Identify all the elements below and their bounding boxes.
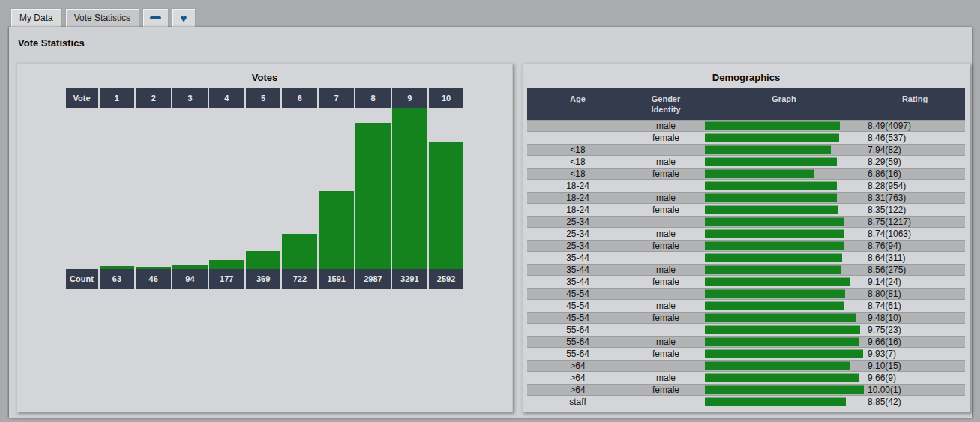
vote-bar [136,267,171,269]
vote-bar-column [429,108,464,269]
age-cell: >64 [527,385,628,395]
tab-my-data[interactable]: My Data [10,8,62,27]
rating-cell: 9.14(24) [865,276,965,288]
age-cell [527,121,628,131]
table-row: 45-54male8.74(61) [527,300,965,312]
rating-bar [705,134,839,142]
gender-cell: female [628,276,703,288]
vote-column-header: 4 [209,88,244,108]
table-row: male8.49(4097) [527,120,965,132]
rating-cell: 8.85(42) [865,396,965,408]
rating-cell: 9.10(15) [865,361,965,371]
vote-count-cell: 2592 [429,269,464,289]
rating-cell: 8.64(311) [865,252,965,264]
rating-cell: 8.76(94) [865,241,965,251]
graph-cell [703,348,865,360]
tab-vote-statistics[interactable]: Vote Statistics [65,8,139,27]
vote-bar-column [209,108,244,269]
vote-count-cell: 63 [100,269,135,289]
demographics-header-row: Age Gender Identity Graph Rating [527,88,965,120]
rating-cell: 10.00(1) [865,385,965,395]
gender-cell [628,396,703,408]
vote-count-row: Count 6346941773697221591298732912592 [66,269,464,289]
rating-bar [705,206,838,214]
vote-count-cell: 94 [172,269,208,289]
vote-column-header: 10 [429,88,464,108]
age-cell: <18 [527,145,628,155]
rating-bar [705,122,840,130]
table-row: 35-44female9.14(24) [527,276,965,288]
age-cell: 35-44 [527,252,628,264]
rating-cell: 8.74(1063) [865,228,965,240]
table-row: 45-548.80(81) [527,288,965,300]
rating-cell: 9.66(9) [865,372,965,384]
age-cell: 18-24 [527,193,628,203]
vote-column-header: 5 [246,88,281,108]
table-row: >649.10(15) [527,360,965,372]
rating-bar [705,182,837,190]
rating-cell: 8.35(122) [865,204,965,216]
table-row: <187.94(82) [527,144,965,156]
table-row: 18-24female8.35(122) [527,204,965,216]
vote-bar [355,123,391,269]
vote-count-cell: 722 [282,269,317,289]
age-cell: <18 [527,156,628,168]
rating-bar [705,158,837,166]
gender-cell: female [628,169,703,179]
rating-bar [705,254,842,262]
table-row: <18female6.86(16) [527,168,965,180]
graph-cell [703,169,865,179]
rating-cell: 8.29(59) [865,156,965,168]
column-header-rating: Rating [865,94,965,120]
column-header-gender-identity: Gender Identity [628,94,703,120]
vote-bar-column [319,108,354,269]
gender-cell: male [628,193,703,203]
gender-cell [628,324,703,336]
age-cell: 55-64 [527,337,628,347]
vote-column-header: 9 [392,88,427,108]
rating-bar [705,386,864,394]
graph-cell [703,204,865,216]
table-row: 25-348.75(1217) [527,216,965,228]
heading-divider [16,55,964,55]
gender-cell [628,180,703,192]
rating-cell: 8.80(81) [865,289,965,299]
table-row: 18-24male8.31(763) [527,192,965,204]
vote-bar-column [100,108,135,269]
gender-cell: female [628,385,703,395]
rating-bar [705,266,841,274]
rating-bar [705,230,844,238]
rating-cell: 8.74(61) [865,300,965,312]
graph-cell [703,361,865,371]
age-cell: >64 [527,361,628,371]
gender-cell: male [628,265,703,275]
graph-cell [703,217,865,227]
tab-minimize[interactable] [142,8,169,27]
vote-bar [429,142,464,269]
rating-cell: 9.93(7) [865,348,965,360]
minus-icon [150,16,161,19]
vote-bar [172,265,208,269]
rating-bar [705,218,844,226]
gender-cell: male [628,156,703,168]
page-title: Vote Statistics [9,27,972,55]
tab-favorite[interactable]: ♥ [172,8,196,27]
vote-bar [246,251,281,269]
table-row: 55-64female9.93(7) [527,348,965,360]
graph-cell [703,324,865,336]
votes-title: Votes [17,72,512,83]
table-row: 35-44male8.56(275) [527,264,965,276]
vote-bar [392,108,427,269]
table-row: 55-64male9.66(16) [527,336,965,348]
age-cell: staff [527,396,628,408]
count-label-cell: Count [66,269,98,289]
graph-cell [703,276,865,288]
age-cell: 25-34 [527,241,628,251]
graph-cell [703,252,865,264]
demographics-panel: Demographics Age Gender Identity Graph R… [522,63,970,412]
rating-bar [705,374,859,382]
rating-cell: 6.86(16) [865,169,965,179]
table-row: 55-649.75(23) [527,324,965,336]
vote-column-header: 8 [355,88,391,108]
vote-count-cell: 46 [136,269,171,289]
